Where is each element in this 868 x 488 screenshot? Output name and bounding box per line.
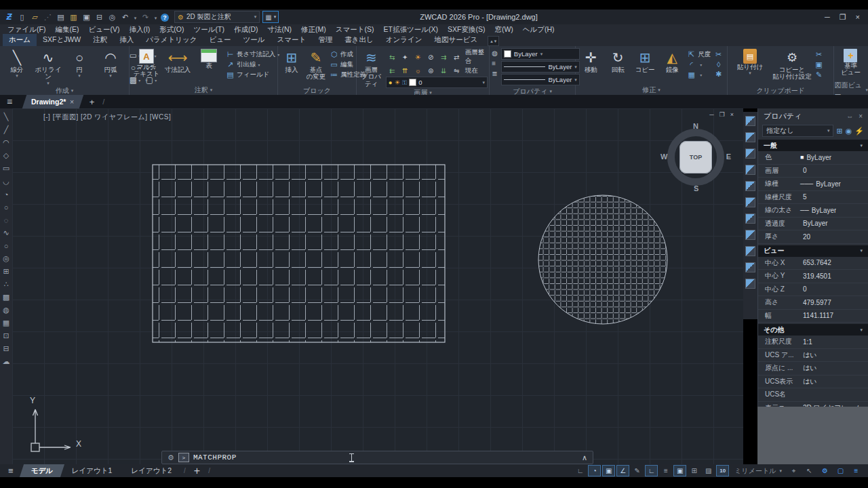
document-tab-drawing2[interactable]: Drawing2* × [22, 95, 83, 108]
tab-online[interactable]: オンライン [380, 34, 429, 46]
polar-tracking-icon[interactable]: ◔ [588, 465, 601, 476]
close-icon[interactable]: × [859, 113, 863, 120]
command-bar[interactable]: ⚙ > MATCHPROP ∧ [161, 451, 593, 464]
rotate-button[interactable]: ↻回転 [604, 48, 631, 79]
layer-lock-icon[interactable]: ☀ [412, 52, 425, 62]
tab-annotate[interactable]: 注釈 [87, 34, 113, 46]
hatch-tool-icon[interactable]: ▩ [1, 291, 12, 304]
donut-tool-icon[interactable]: ◎ [1, 252, 12, 265]
palette-icon-10[interactable] [745, 262, 755, 272]
new-file-icon[interactable]: ▯ [17, 12, 27, 23]
cut-icon[interactable]: ✂ [814, 50, 823, 59]
palette-icon-8[interactable] [745, 230, 755, 240]
print-icon[interactable]: ⊟ [94, 12, 104, 23]
palette-icon-3[interactable] [745, 148, 755, 159]
image-tool-icon[interactable]: ⊡ [1, 329, 12, 342]
palette-icon-7[interactable] [745, 214, 755, 224]
compass-west[interactable]: W [660, 152, 667, 161]
model-tab[interactable]: モデル [20, 464, 64, 477]
tab-sxf-jww[interactable]: SXFとJWW [37, 34, 87, 46]
dynamic-input-icon[interactable]: ✎ [631, 465, 644, 476]
leader-item[interactable]: ↗引出線▾ [226, 60, 279, 69]
menu-smart[interactable]: スマート(S) [331, 25, 379, 35]
line-tool-icon[interactable]: ╲ [1, 110, 12, 123]
close-tab-icon[interactable]: × [71, 98, 75, 106]
mirror-button[interactable]: ◭鏡像 [658, 48, 686, 79]
layer-current-label[interactable]: 現在 [465, 66, 478, 75]
panel-label-block[interactable]: ブロック [278, 86, 356, 96]
linetype-list-icon[interactable]: ≡ [492, 60, 498, 67]
annotation-scale-icon[interactable]: 10 [716, 465, 729, 476]
hamburger-icon[interactable]: ≡ [0, 466, 22, 476]
panel-label-clipboard[interactable]: クリップボード [728, 86, 834, 96]
preview-icon[interactable]: ◎ [107, 12, 117, 23]
transparency-row[interactable]: 透過度ByLayer [758, 218, 868, 231]
open-file-icon[interactable]: ▱ [30, 12, 40, 23]
menu-help[interactable]: ヘルプ(H) [518, 25, 559, 35]
layer-unisolate-icon[interactable]: ⊜ [425, 66, 437, 76]
layer-off-icon[interactable]: ⇇ [386, 66, 399, 76]
line-button[interactable]: ╲線分▾ [1, 48, 33, 86]
palette-icon-4[interactable] [745, 165, 755, 175]
settings-gear-icon[interactable]: ⚙ [818, 465, 831, 476]
close-button[interactable]: × [856, 13, 860, 22]
redo-icon[interactable]: ↷ [140, 12, 151, 23]
arc-3pt-tool-icon[interactable]: ◡ [1, 175, 12, 188]
lineweight-list-icon[interactable]: ≣ [492, 70, 498, 77]
copy-button[interactable]: ⊞コピー [631, 48, 658, 79]
workspace-extra-button[interactable]: ▦ ▾ [262, 11, 279, 23]
matchprop-icon[interactable]: ✎ [814, 70, 823, 79]
base-point-button[interactable]: ✎基点 の変更 [304, 48, 328, 86]
move-button[interactable]: ✛移動 [577, 48, 604, 79]
layer-freeze-icon[interactable]: ✦ [399, 52, 412, 62]
stretch-item[interactable]: ⇱尺度 [687, 50, 713, 59]
palette-icon-5[interactable] [745, 181, 755, 191]
jww-open-icon[interactable]: ⋰ [43, 12, 53, 23]
hamburger-icon[interactable]: ≡ [0, 96, 19, 107]
dimension-button[interactable]: ⟷寸法記入 [162, 48, 193, 83]
color-combo[interactable]: ByLayer▾ [501, 48, 580, 60]
view-cube-top[interactable]: TOP [679, 141, 712, 174]
layer-unlock-icon[interactable]: ☼ [412, 66, 425, 76]
zwcad-logo-icon[interactable]: Ƶ [4, 12, 14, 22]
ellipse-tool-icon[interactable]: ○ [1, 201, 12, 214]
fullscreen-icon[interactable]: ▢ [834, 465, 847, 476]
view-compass[interactable]: N E S W TOP [662, 123, 730, 191]
restore-button[interactable]: ❐ [840, 13, 846, 22]
trim-item[interactable]: ✂ [714, 50, 723, 59]
tab-smart[interactable]: スマート [271, 34, 312, 46]
array-item[interactable]: ▦▾ [687, 70, 713, 79]
mtext-button[interactable]: Aマルチ テキスト▾ [131, 48, 162, 83]
lineweight-combo[interactable]: ByLayer▾ [501, 74, 580, 85]
insert-block-button[interactable]: ⊞挿入 [279, 48, 304, 86]
menu-window[interactable]: 窓(W) [490, 25, 517, 35]
layout1-tab[interactable]: レイアウト1 [62, 464, 122, 477]
linetype-scale-row[interactable]: 線種尺度5 [758, 191, 868, 205]
menu-modify[interactable]: 修正(M) [296, 25, 331, 35]
tab-map-service[interactable]: 地図サービス [428, 34, 484, 46]
height-row[interactable]: 高さ479.5977 [758, 296, 868, 310]
tab-output[interactable]: 書き出し [338, 34, 380, 46]
workspace-switcher[interactable]: ⚙ 2D 製図と注釈 ▾ [174, 11, 260, 23]
paste-button[interactable]: ▤貼り付け▾ [729, 48, 771, 86]
locate-icon[interactable]: ⌖ [787, 465, 800, 476]
select-objects-icon[interactable]: ◉ [846, 127, 852, 136]
annotation-scale-row[interactable]: 注釈尺度1:1 [758, 336, 868, 349]
menu-edit[interactable]: 編集(E) [50, 25, 83, 35]
tab-manage[interactable]: 管理 [312, 34, 338, 46]
layer-match-icon[interactable]: ⇄ [450, 52, 463, 62]
center-z-row[interactable]: 中心 Z0 [758, 283, 868, 297]
base-view-button[interactable]: +基準 ビュー [835, 48, 865, 77]
tab-insert[interactable]: 挿入 [113, 34, 140, 46]
ortho-icon[interactable]: ∟ [574, 465, 587, 476]
palette-icon-6[interactable] [745, 197, 755, 207]
layer-isolate-icon[interactable]: ⊘ [425, 52, 437, 62]
linetype-row[interactable]: 線種───ByLayer [758, 178, 868, 191]
object-snap-tracking-icon[interactable]: ∠ [616, 465, 629, 476]
redo-dropdown-icon[interactable]: ▾ [153, 13, 158, 24]
thickness-row[interactable]: 厚さ20 [758, 230, 868, 244]
save-as-icon[interactable]: ▥ [68, 12, 79, 23]
color-row[interactable]: 色■ByLayer [758, 151, 868, 165]
layer-merge-icon[interactable]: ⇉ [437, 52, 450, 62]
circle-button[interactable]: ○円▾ [64, 48, 95, 86]
